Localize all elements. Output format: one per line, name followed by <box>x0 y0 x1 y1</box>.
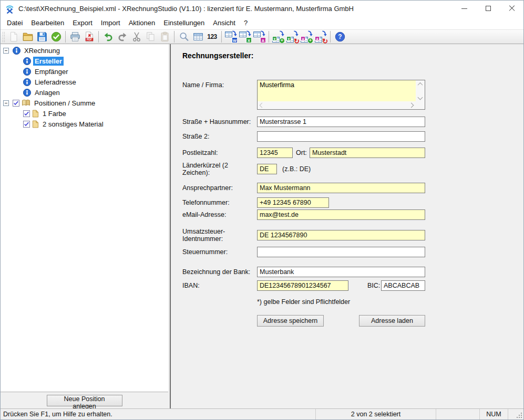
pdf-icon: PDF <box>84 31 95 43</box>
table-view-button[interactable] <box>191 30 205 44</box>
tree-item-empfaenger[interactable]: Empfänger <box>1 66 168 77</box>
ansprechpartner-input[interactable] <box>257 183 425 193</box>
toolbar-grip[interactable] <box>2 32 5 42</box>
copy-icon <box>145 31 157 43</box>
export-table-excel-button[interactable]: X <box>238 30 252 44</box>
checkbox-checked[interactable] <box>23 110 30 117</box>
import-ansi-update-button[interactable]: A ↻ <box>314 30 328 44</box>
maximize-icon <box>486 6 491 11</box>
bic-input[interactable] <box>381 280 425 291</box>
menu-einstellungen[interactable]: Einstellungen <box>159 17 209 28</box>
collapse-expander-icon[interactable] <box>3 100 9 106</box>
export-table-ansi-button[interactable]: A <box>252 30 266 44</box>
scroll-down-icon[interactable] <box>418 95 423 100</box>
horizontal-scrollbar[interactable] <box>258 101 416 109</box>
name-firma-value[interactable]: Musterfirma <box>258 80 416 101</box>
checkbox-checked[interactable] <box>13 100 19 107</box>
maximize-button[interactable] <box>476 1 500 16</box>
menu-help[interactable]: ? <box>240 17 252 28</box>
plz-input[interactable] <box>257 148 293 158</box>
number-format-button[interactable]: 123 <box>205 30 219 44</box>
menu-export[interactable]: Export <box>68 17 97 28</box>
name-firma-textarea[interactable]: Musterfirma <box>257 80 425 110</box>
ustid-label: Umsatzsteuer-Identnummer: <box>182 228 257 243</box>
tree-item-position-1[interactable]: 1 Farbe <box>1 108 168 119</box>
export-pdf-button[interactable]: PDF <box>82 30 96 44</box>
import-ansi-add-button[interactable]: A + <box>300 30 314 44</box>
vertical-scrollbar[interactable] <box>416 80 425 101</box>
tree-item-lieferadresse[interactable]: Lieferadresse <box>1 77 168 87</box>
collapse-expander-icon[interactable] <box>3 48 9 54</box>
tree-item-anlagen[interactable]: Anlagen <box>1 87 168 98</box>
open-folder-icon <box>22 31 34 43</box>
scroll-up-icon[interactable] <box>418 82 423 88</box>
help-button[interactable]: ? <box>333 30 347 44</box>
info-icon <box>23 78 31 86</box>
tree-item-ersteller[interactable]: Ersteller <box>1 56 168 66</box>
open-file-button[interactable] <box>20 30 35 44</box>
menu-ansicht[interactable]: Ansicht <box>209 17 240 28</box>
print-button[interactable] <box>68 30 82 44</box>
undo-arrow-icon <box>102 31 114 43</box>
paste-button[interactable] <box>158 30 172 44</box>
bank-label: Bezeichnung der Bank: <box>182 268 257 276</box>
tree-item-xrechnung[interactable]: XRechnung <box>1 45 168 56</box>
menu-datei[interactable]: Datei <box>3 17 27 28</box>
import-excel-add-button[interactable]: X + <box>271 30 285 44</box>
ort-input[interactable] <box>310 148 425 158</box>
bank-input[interactable] <box>257 267 425 277</box>
ustid-input[interactable] <box>257 230 425 240</box>
tree-item-label: Empfänger <box>33 67 70 76</box>
menu-bearbeiten[interactable]: Bearbeiten <box>27 17 68 28</box>
redo-button[interactable] <box>115 30 129 44</box>
status-num-lock: NUM <box>479 409 508 419</box>
minimize-button[interactable] <box>453 1 476 16</box>
scroll-left-icon[interactable] <box>260 103 265 108</box>
cut-button[interactable] <box>129 30 143 44</box>
save-button[interactable] <box>35 30 49 44</box>
scrollbar-corner <box>416 101 425 109</box>
copy-button[interactable] <box>143 30 158 44</box>
land-input[interactable] <box>257 164 277 174</box>
scroll-right-icon[interactable] <box>409 103 414 108</box>
tree-item-label-selected: Ersteller <box>33 57 64 66</box>
info-icon <box>23 89 31 97</box>
close-button[interactable] <box>500 1 523 16</box>
checkbox-checked[interactable] <box>23 121 30 128</box>
import-excel-update-button[interactable]: X ↻ <box>285 30 300 44</box>
menu-aktionen[interactable]: Aktionen <box>125 17 160 28</box>
export-table-word-button[interactable]: W <box>224 30 238 44</box>
tree-item-positionen[interactable]: Positionen / Summe <box>1 98 168 108</box>
new-document-button[interactable] <box>6 30 20 44</box>
search-button[interactable] <box>177 30 191 44</box>
strasse-label: Straße + Hausnummer: <box>182 118 257 125</box>
ansi-import-add-icon: A + <box>300 30 313 43</box>
steuernummer-input[interactable] <box>257 247 425 257</box>
email-label: eMail-Adresse: <box>182 211 257 218</box>
table-to-ansi-icon: A <box>253 30 266 43</box>
excel-import-add-icon: X + <box>272 30 285 43</box>
iban-input[interactable] <box>257 280 348 291</box>
page-icon <box>32 110 39 118</box>
info-icon <box>13 47 20 55</box>
status-selection: 2 von 2 selektiert <box>315 409 436 419</box>
info-icon <box>23 57 31 65</box>
toolbar-separator <box>330 31 331 43</box>
telefon-input[interactable] <box>257 197 329 208</box>
menu-import[interactable]: Import <box>97 17 125 28</box>
resize-grip[interactable] <box>516 412 522 418</box>
email-input[interactable] <box>257 209 425 220</box>
undo-button[interactable] <box>101 30 115 44</box>
new-position-button[interactable]: Neue Position anlegen <box>47 395 122 406</box>
strasse2-input[interactable] <box>257 131 425 142</box>
validate-button[interactable] <box>49 30 63 44</box>
tree-item-position-2[interactable]: 2 sonstiges Material <box>1 119 168 129</box>
save-address-button[interactable]: Adresse speichern <box>257 315 324 327</box>
ansprechpartner-label: Ansprechpartner: <box>182 184 257 192</box>
plz-label: Postleitzahl: <box>182 149 257 156</box>
load-address-button[interactable]: Adresse laden <box>359 315 425 327</box>
panel-splitter[interactable] <box>168 44 172 408</box>
strasse-input[interactable] <box>257 117 425 127</box>
printer-icon <box>69 31 81 43</box>
menubar: Datei Bearbeiten Export Import Aktionen … <box>1 16 523 29</box>
